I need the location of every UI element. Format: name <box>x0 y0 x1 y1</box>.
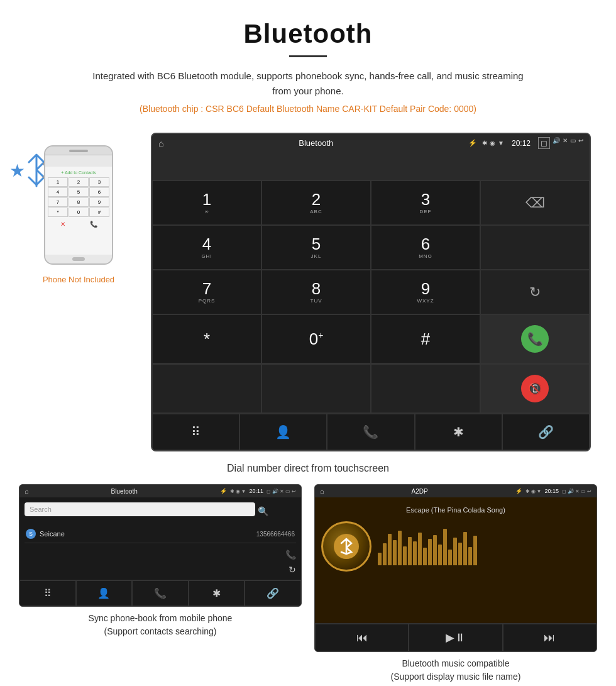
phone-device: + Add to Contacts 1 2 3 4 5 6 7 8 9 * 0 … <box>44 145 113 265</box>
phone-not-included-label: Phone Not Included <box>43 275 114 284</box>
dial-key-call[interactable]: 📞 <box>480 314 590 363</box>
usb-icon: ⚡ <box>468 139 477 147</box>
dial-key-8[interactable]: 8 TUV <box>261 270 371 314</box>
dial-key-0[interactable]: 0+ <box>261 314 371 363</box>
phone-illustration: ★ + Add to Contacts 1 <box>19 133 138 284</box>
phonebook-caption: Sync phone-book from mobile phone(Suppor… <box>89 612 233 638</box>
pb-call-sidebar-icon[interactable]: 📞 <box>25 550 296 560</box>
dial-key-star[interactable]: * <box>152 314 261 363</box>
phone-screen: + Add to Contacts 1 2 3 4 5 6 7 8 9 * 0 … <box>45 167 112 255</box>
dial-key-1[interactable]: 1 ∞ <box>152 180 261 225</box>
dial-key-6[interactable]: 6 MNO <box>371 225 480 270</box>
camera-icon: ◻ <box>538 137 550 149</box>
pb-status-icons: ✱ ◉ ▼ <box>230 489 246 494</box>
page-title: Bluetooth <box>38 19 578 49</box>
location-icon: ◉ <box>490 140 495 147</box>
album-art-inner <box>334 534 359 559</box>
dial-key-7[interactable]: 7 PQRS <box>152 270 261 314</box>
music-back-icon: ↩ <box>587 489 591 494</box>
bluetooth-icon: ★ <box>9 160 25 181</box>
music-time: 20:15 <box>544 488 559 494</box>
pb-win-icon: ▭ <box>285 489 290 494</box>
pb-grid-icon[interactable]: ⠿ <box>19 580 76 606</box>
viz-bar <box>398 531 402 565</box>
viz-bar <box>403 546 407 565</box>
pb-bt-icon: ✱ <box>230 489 234 494</box>
music-play-icon[interactable]: ▶⏸ <box>409 624 502 651</box>
viz-bar <box>428 539 432 565</box>
dial-key-2[interactable]: 2 ABC <box>261 180 371 225</box>
music-song-title: Escape (The Pina Colada Song) <box>406 506 505 514</box>
music-next-icon[interactable]: ⏭ <box>503 624 597 651</box>
pb-refresh-sidebar-icon[interactable]: ↻ <box>25 565 296 575</box>
music-main-area <box>321 521 590 572</box>
phone-with-bluetooth: ★ + Add to Contacts 1 <box>28 139 129 271</box>
window-icon: ▭ <box>570 137 576 149</box>
phonebook-screen: ⌂ Bluetooth ⚡ ✱ ◉ ▼ 20:11 ◻ 🔊 ✕ ▭ ↩ <box>19 484 302 607</box>
middle-section: ★ + Add to Contacts 1 <box>0 120 616 458</box>
dial-key-backspace[interactable]: ⌫ <box>480 180 590 225</box>
pb-link-icon[interactable]: 🔗 <box>245 580 301 606</box>
music-status-bar: ⌂ A2DP ⚡ ✱ ◉ ▼ 20:15 ◻ 🔊 ✕ ▭ ↩ <box>315 485 597 497</box>
phonebook-footer: ⠿ 👤 📞 ✱ 🔗 <box>19 580 301 606</box>
pb-phone-icon[interactable]: 📞 <box>132 580 189 606</box>
pb-bluetooth-icon[interactable]: ✱ <box>189 580 245 606</box>
dialpad-time: 20:12 <box>512 139 531 148</box>
phonebook-content-wrapper: Search 🔍 S Seicane 13566664466 📞 ↻ <box>19 497 301 606</box>
pb-right-icons: ◻ 🔊 ✕ ▭ ↩ <box>267 489 296 494</box>
viz-bar <box>383 543 387 565</box>
viz-bar <box>413 541 417 565</box>
dial-key-9[interactable]: 9 WXYZ <box>371 270 480 314</box>
viz-bar <box>468 547 472 565</box>
phonebook-content: Search 🔍 S Seicane 13566664466 📞 ↻ <box>19 497 301 580</box>
dialpad-container: ⌂ Bluetooth ⚡ ✱ ◉ ▼ 20:12 ◻ 🔊 ✕ ▭ ↩ <box>151 133 591 451</box>
header-specs: (Bluetooth chip : CSR BC6 Default Blueto… <box>38 104 578 114</box>
music-bluetooth-icon <box>338 538 355 555</box>
hangup-button[interactable]: 📵 <box>521 375 549 402</box>
pb-app-title: Bluetooth <box>32 488 217 495</box>
dial-key-hash[interactable]: # <box>371 314 480 363</box>
music-bt-icon: ✱ <box>525 489 530 494</box>
music-footer: ⏮ ▶⏸ ⏭ <box>315 623 597 651</box>
dialpad-status-bar: ⌂ Bluetooth ⚡ ✱ ◉ ▼ 20:12 ◻ 🔊 ✕ ▭ ↩ <box>152 134 590 152</box>
pb-user-icon[interactable]: 👤 <box>76 580 133 606</box>
contact-row: S Seicane 13566664466 <box>25 525 296 543</box>
footer-grid-icon[interactable]: ⠿ <box>152 414 239 450</box>
footer-call-icon[interactable]: 📞 <box>327 414 414 450</box>
search-bar[interactable]: Search <box>25 502 255 516</box>
music-prev-icon[interactable]: ⏮ <box>315 624 409 651</box>
dial-key-3[interactable]: 3 DEF <box>371 180 480 225</box>
call-button[interactable]: 📞 <box>521 325 549 353</box>
search-placeholder: Search <box>30 506 52 513</box>
dial-key-5[interactable]: 5 JKL <box>261 225 371 270</box>
footer-bluetooth-icon[interactable]: ✱ <box>415 414 502 450</box>
footer-link-icon[interactable]: 🔗 <box>502 414 590 450</box>
bluetooth-signal: ★ <box>9 152 48 189</box>
dial-empty-1 <box>152 364 261 413</box>
phonebook-panel: ⌂ Bluetooth ⚡ ✱ ◉ ▼ 20:11 ◻ 🔊 ✕ ▭ ↩ <box>19 484 302 683</box>
pb-close-icon: ✕ <box>280 489 284 494</box>
dialpad-caption: Dial number direct from touchscreen <box>0 458 616 484</box>
pb-back-icon: ↩ <box>292 489 296 494</box>
search-icon[interactable]: 🔍 <box>258 506 268 516</box>
phonebook-status-bar: ⌂ Bluetooth ⚡ ✱ ◉ ▼ 20:11 ◻ 🔊 ✕ ▭ ↩ <box>19 485 301 497</box>
dial-key-empty-2 <box>480 225 590 270</box>
dial-key-4[interactable]: 4 GHI <box>152 225 261 270</box>
volume-icon: 🔊 <box>553 137 560 149</box>
music-screen: ⌂ A2DP ⚡ ✱ ◉ ▼ 20:15 ◻ 🔊 ✕ ▭ ↩ Escap <box>314 484 597 652</box>
page-header: Bluetooth Integrated with BC6 Bluetooth … <box>0 0 616 120</box>
dial-key-hangup[interactable]: 📵 <box>480 364 590 413</box>
close-icon: ✕ <box>563 137 568 149</box>
viz-bar <box>388 534 392 565</box>
pb-vol-icon: 🔊 <box>272 489 278 494</box>
pb-usb-icon: ⚡ <box>220 488 227 494</box>
contact-avatar: S <box>26 529 36 539</box>
viz-bar <box>418 533 422 565</box>
music-caption: Bluetooth music compatible(Support displ… <box>391 657 521 683</box>
music-wifi-icon: ▼ <box>537 489 542 494</box>
back-icon: ↩ <box>578 137 583 149</box>
dial-key-refresh[interactable]: ↻ <box>480 270 590 314</box>
dial-empty-3 <box>371 364 480 413</box>
pb-loc-icon: ◉ <box>236 489 240 494</box>
footer-contacts-icon[interactable]: 👤 <box>239 414 327 450</box>
